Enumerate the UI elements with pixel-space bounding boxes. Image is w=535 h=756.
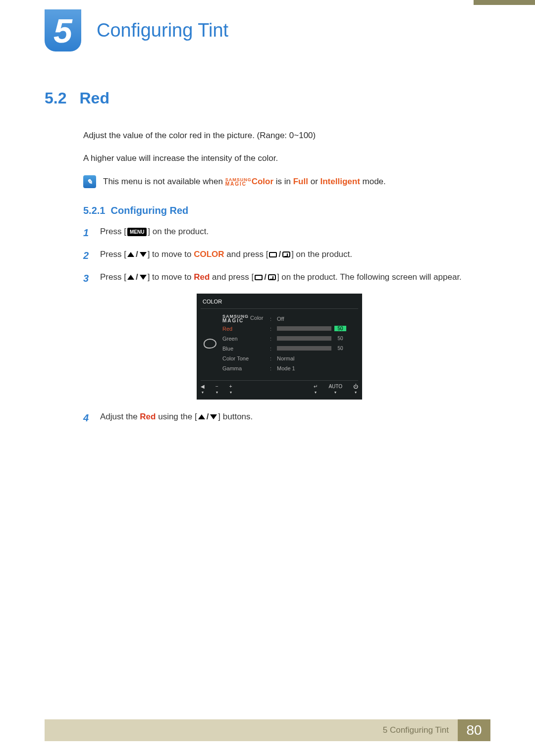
step-number: 4 [83, 410, 92, 425]
subsection-title: Configuring Red [111, 205, 189, 216]
step-number: 2 [83, 248, 92, 263]
chapter-title: Configuring Tint [97, 20, 228, 41]
osd-screenshot: COLOR SAMSUNGMAGIC Color : Off Red : 50 [197, 294, 362, 400]
palette-icon [201, 314, 219, 373]
note-color: Color [252, 177, 273, 186]
step3-red: Red [194, 272, 210, 282]
osd-blue-bar [277, 346, 331, 351]
samsung-magic-label: SAMSUNGMAGIC [225, 178, 252, 186]
footer-label: 5 Configuring Tint [45, 719, 458, 741]
menu-button-icon: MENU [127, 228, 147, 236]
header-accent-bar [474, 0, 535, 5]
page-footer: 5 Configuring Tint 80 [45, 719, 490, 741]
step-text: Press [/] to move to Red and press [/] o… [100, 271, 462, 284]
osd-button-hints: ◀▾ −▾ +▾ ↵▾ AUTO▾ ⏻▾ [201, 380, 358, 395]
osd-gamma-value: Mode 1 [277, 365, 295, 371]
osd-row-magic: SAMSUNGMAGIC Color : Off [222, 314, 358, 324]
intro-line-2: A higher value will increase the intensi… [83, 152, 476, 165]
osd-hint-minus: −▾ [215, 384, 218, 395]
page-content: 5.2Red Adjust the value of the color red… [45, 89, 476, 433]
osd-green-bar [277, 336, 331, 341]
step-1: 1 Press [MENU] on the product. [83, 225, 476, 240]
footer-page-number: 80 [458, 719, 490, 741]
note-icon: ✎ [83, 175, 96, 188]
note-full: Full [293, 177, 308, 186]
step-3: 3 Press [/] to move to Red and press [/]… [83, 271, 476, 286]
note-intelligent: Intelligent [321, 177, 360, 186]
step-number: 1 [83, 225, 92, 240]
osd-row-green: Green : 50 [222, 334, 358, 344]
osd-row-tone: Color Tone : Normal [222, 353, 358, 363]
osd-magic-value: Off [277, 316, 284, 322]
note-text: This menu is not available when SAMSUNGM… [103, 177, 386, 187]
up-down-icon: / [198, 410, 217, 423]
step4-red: Red [140, 412, 156, 421]
subsection-number: 5.2.1 [83, 205, 105, 216]
section-title: Red [79, 89, 109, 107]
step-2: 2 Press [/] to move to COLOR and press [… [83, 248, 476, 263]
osd-blue-value: 50 [334, 346, 346, 351]
osd-row-gamma: Gamma : Mode 1 [222, 363, 358, 373]
note: ✎ This menu is not available when SAMSUN… [83, 175, 476, 188]
step2-color: COLOR [194, 250, 224, 259]
note-prefix: This menu is not available when [103, 177, 225, 186]
osd-row-red: Red : 50 [222, 324, 358, 334]
osd-red-bar [277, 326, 331, 331]
up-down-icon: / [127, 271, 147, 284]
source-enter-icon: / [255, 271, 276, 284]
osd-green-value: 50 [334, 336, 346, 341]
osd-tone-value: Normal [277, 355, 294, 361]
step-number: 3 [83, 271, 92, 286]
subsection-heading: 5.2.1 Configuring Red [83, 205, 476, 216]
section-heading: 5.2Red [45, 89, 476, 107]
osd-hint-back: ◀▾ [201, 384, 205, 395]
intro-line-1: Adjust the value of the color red in the… [83, 129, 476, 142]
osd-red-value: 50 [334, 326, 346, 331]
step-4: 4 Adjust the Red using the [/] buttons. [83, 410, 476, 425]
osd-divider [201, 308, 358, 309]
osd-title: COLOR [203, 299, 356, 304]
osd-hint-plus: +▾ [229, 384, 232, 395]
step-text: Adjust the Red using the [/] buttons. [100, 410, 253, 423]
chapter-tab: 5 [45, 9, 81, 51]
section-number: 5.2 [45, 89, 66, 107]
up-down-icon: / [127, 248, 147, 261]
osd-hint-auto: AUTO▾ [328, 384, 342, 395]
source-enter-icon: / [269, 248, 290, 261]
step-text: Press [MENU] on the product. [100, 225, 209, 238]
osd-hint-enter: ↵▾ [314, 384, 318, 395]
steps-list: 1 Press [MENU] on the product. 2 Press [… [83, 225, 476, 425]
osd-hint-power: ⏻▾ [353, 384, 358, 395]
osd-row-blue: Blue : 50 [222, 344, 358, 353]
step-text: Press [/] to move to COLOR and press [/]… [100, 248, 352, 261]
chapter-number: 5 [54, 14, 72, 48]
